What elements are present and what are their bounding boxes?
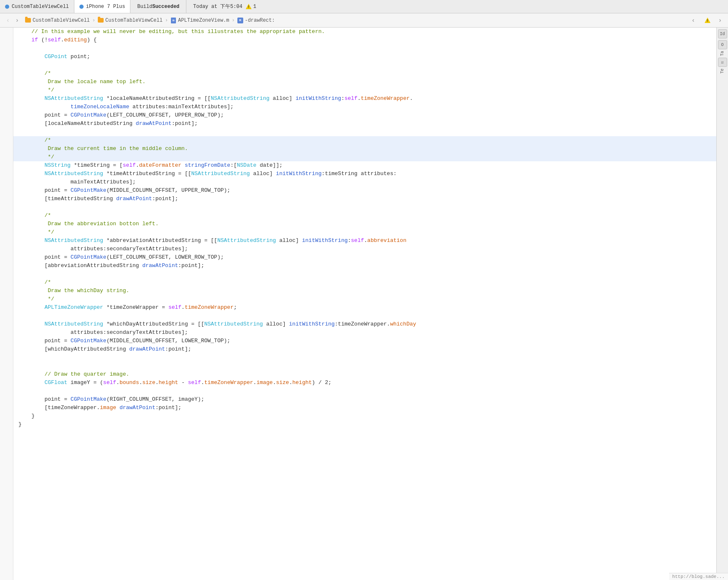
tab2-label: iPhone 7 Plus — [86, 4, 125, 10]
code-line-48: } — [13, 420, 716, 429]
line-num-10 — [0, 103, 13, 111]
line-num-11 — [0, 111, 13, 120]
code-line-27: attributes:secondaryTextAttributes]; — [13, 245, 716, 253]
main-content: // In this example we will never be edit… — [0, 28, 728, 580]
tab-iphone-plus[interactable]: iPhone 7 Plus — [74, 0, 131, 13]
line-num-20 — [0, 186, 13, 195]
code-line-15: Draw the current time in the middle colu… — [13, 145, 716, 153]
code-line-30 — [13, 270, 716, 278]
line-num-48 — [0, 420, 13, 429]
breadcrumb-label-3: APLTimeZoneView.m — [178, 18, 229, 23]
sidebar-te-label[interactable]: Te — [720, 69, 725, 74]
breadcrumb-item-3[interactable]: m APLTimeZoneView.m — [171, 18, 229, 23]
breadcrumb-item-4[interactable]: M -drawRect: — [237, 18, 275, 23]
code-line-43: CGFloat imageY = (self.bounds.size.heigh… — [13, 379, 716, 387]
tab-custom-table-view-cell[interactable]: CustomTableViewCell — [0, 0, 74, 13]
code-line-20: point = CGPointMake(MIDDLE_COLUMN_OFFSET… — [13, 186, 716, 195]
folder-icon-1 — [25, 18, 31, 23]
code-line-26: NSAttributedString *abbreviationAttribut… — [13, 237, 716, 245]
code-line-14: /* — [13, 136, 716, 145]
warning-badge[interactable]: 1 — [246, 4, 256, 10]
breadcrumb-label-1: CustomTableViewCell — [33, 18, 90, 23]
warning-count: 1 — [253, 4, 256, 10]
code-line-25: */ — [13, 228, 716, 237]
sidebar-o-button[interactable]: O — [718, 40, 727, 49]
sidebar-checkbox[interactable]: ☑ — [718, 58, 727, 67]
line-num-13 — [0, 128, 13, 136]
nav-warning-badge[interactable] — [705, 18, 712, 23]
code-line-9: NSAttributedString *localeNameAttributed… — [13, 94, 716, 103]
code-line-46: [timeZoneWrapper.image drawAtPoint:point… — [13, 404, 716, 412]
line-num-4 — [0, 53, 13, 61]
breadcrumb-sep-3: › — [232, 18, 234, 23]
code-line-10: timeZoneLocaleName attributes:mainTextAt… — [13, 103, 716, 111]
line-num-1 — [0, 28, 13, 36]
tab-dot2 — [79, 5, 84, 9]
line-num-34 — [0, 303, 13, 312]
line-num-26 — [0, 237, 13, 245]
line-num-36 — [0, 320, 13, 328]
line-num-3 — [0, 44, 13, 53]
nav-forward-button[interactable]: › — [13, 16, 22, 25]
nav-back-button[interactable]: ‹ — [3, 16, 13, 25]
code-line-11: point = CGPointMake(LEFT_COLUMN_OFFSET, … — [13, 111, 716, 120]
line-num-5 — [0, 61, 13, 69]
line-num-21 — [0, 195, 13, 203]
code-line-38: point = CGPointMake(MIDDLE_COLUMN_OFFSET… — [13, 337, 716, 345]
line-num-18 — [0, 170, 13, 178]
line-num-47 — [0, 412, 13, 420]
build-result: Succeeded — [152, 4, 179, 10]
code-line-16: */ — [13, 153, 716, 161]
breadcrumb-sep-2: › — [165, 18, 168, 23]
sidebar-ta-label[interactable]: Ta — [720, 51, 725, 56]
line-num-16 — [0, 153, 13, 161]
line-num-19 — [0, 178, 13, 186]
nav-prev-button[interactable]: ‹ — [689, 16, 698, 25]
nav-bar: ‹ › CustomTableViewCell › CustomTableVie… — [0, 13, 728, 28]
status-url: http://blog.sade... — [672, 574, 725, 579]
code-line-12: [localeNameAttributedString drawAtPoint:… — [13, 120, 716, 128]
tab1-label: CustomTableViewCell — [12, 4, 69, 10]
build-status-area: Build Succeeded — [130, 0, 186, 13]
line-num-28 — [0, 253, 13, 262]
code-line-37: attributes:secondaryTextAttributes]; — [13, 328, 716, 337]
breadcrumb-item-1[interactable]: CustomTableViewCell — [25, 18, 90, 23]
code-line-33: */ — [13, 295, 716, 303]
code-line-21: [timeAttributedString drawAtPoint:point]… — [13, 195, 716, 203]
code-line-5 — [13, 61, 716, 69]
nav-next-button[interactable]: › — [715, 16, 725, 25]
code-editor[interactable]: // In this example we will never be edit… — [13, 28, 716, 580]
line-num-17 — [0, 161, 13, 170]
code-line-31: /* — [13, 278, 716, 287]
line-num-32 — [0, 287, 13, 295]
line-num-29 — [0, 262, 13, 270]
line-num-44 — [0, 387, 13, 395]
right-sidebar: Id O Ta ☑ Te — [716, 28, 728, 580]
sidebar-id-button[interactable]: Id — [718, 29, 727, 38]
breadcrumb-item-2[interactable]: CustomTableViewCell — [98, 18, 163, 23]
code-line-22 — [13, 203, 716, 211]
line-num-14 — [0, 136, 13, 145]
code-line-42: // Draw the quarter image. — [13, 370, 716, 379]
line-num-43 — [0, 379, 13, 387]
code-line-13 — [13, 128, 716, 136]
breadcrumb-label-4: -drawRect: — [245, 18, 275, 23]
line-numbers — [0, 28, 13, 580]
title-bar: CustomTableViewCell iPhone 7 Plus Build … — [0, 0, 728, 13]
build-time-text: Today at 下午5:04 — [193, 3, 242, 10]
line-num-45 — [0, 395, 13, 404]
line-num-15 — [0, 145, 13, 153]
code-line-36: NSAttributedString *whichDayAttributedSt… — [13, 320, 716, 328]
file-icon: m — [171, 18, 176, 23]
method-icon: M — [237, 18, 243, 23]
code-line-1: // In this example we will never be edit… — [13, 28, 716, 36]
code-line-6: /* — [13, 69, 716, 78]
line-num-22 — [0, 203, 13, 211]
breadcrumb-label-2: CustomTableViewCell — [105, 18, 163, 23]
warning-triangle-icon — [246, 4, 252, 9]
code-line-7: Draw the locale name top left. — [13, 78, 716, 86]
code-line-28: point = CGPointMake(LEFT_COLUMN_OFFSET, … — [13, 253, 716, 262]
code-line-19: mainTextAttributes]; — [13, 178, 716, 186]
nav-warning-icon — [705, 18, 710, 23]
line-num-30 — [0, 270, 13, 278]
